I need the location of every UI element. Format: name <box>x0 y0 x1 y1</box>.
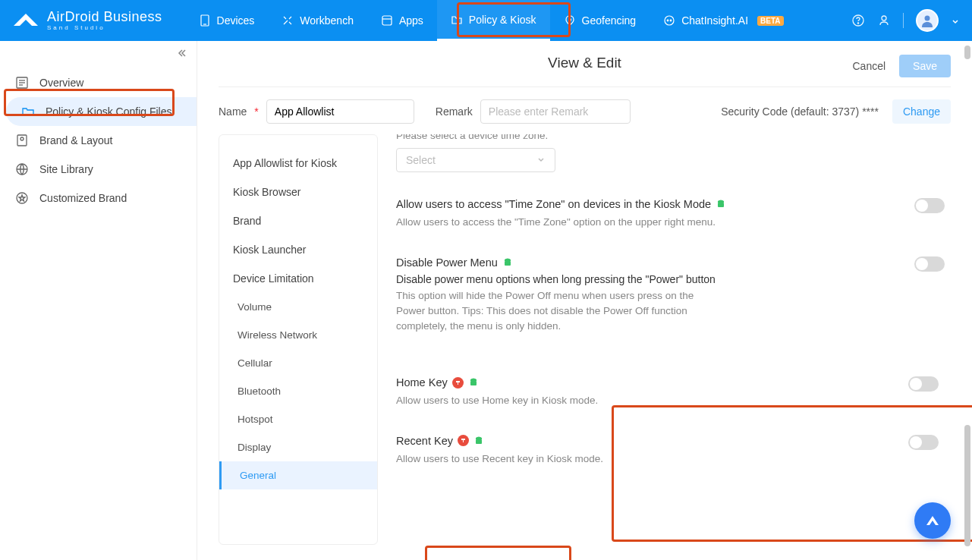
nav-apps[interactable]: Apps <box>367 0 437 41</box>
sidebar-item-site-library[interactable]: Site Library <box>0 155 197 184</box>
page-title: View & Edit <box>548 55 621 71</box>
nav-label: ChatInsight.AI <box>681 14 748 27</box>
nav-chatinsight[interactable]: ChatInsight.AI BETA <box>650 0 797 41</box>
airdroid-logo-icon <box>12 11 39 31</box>
tz-prompt: Please select a device time zone. <box>396 134 722 143</box>
svg-point-4 <box>568 19 571 21</box>
subnav-app-allowlist[interactable]: App Allowlist for Kiosk <box>219 149 377 178</box>
toggle-tz-access[interactable] <box>914 198 945 213</box>
help-icon[interactable] <box>851 14 865 27</box>
nav-geofencing[interactable]: Geofencing <box>550 0 650 41</box>
home-key-title: Home Key <box>396 376 448 389</box>
sidebar-item-label: Site Library <box>39 163 93 175</box>
globe-icon <box>15 162 29 176</box>
collapse-icon[interactable] <box>175 47 187 61</box>
beta-badge: BETA <box>757 16 783 26</box>
sidebar-item-brand-layout[interactable]: Brand & Layout <box>0 126 197 155</box>
fab-button[interactable] <box>914 502 951 539</box>
settings-panel: Please select a device time zone. Select… <box>396 134 951 545</box>
chat-ai-icon <box>663 14 675 27</box>
svg-rect-23 <box>505 261 511 266</box>
sidebar: Overview Policy & Kiosk Config Files Bra… <box>0 41 197 560</box>
logo[interactable]: AirDroid Business Sand Studio <box>12 10 162 31</box>
svg-rect-26 <box>470 381 477 385</box>
toggle-power-menu[interactable] <box>914 256 945 272</box>
sidebar-item-label: Brand & Layout <box>39 134 113 146</box>
brand-icon <box>15 134 29 147</box>
top-nav: AirDroid Business Sand Studio Devices Wo… <box>0 0 972 41</box>
subnav-display[interactable]: Display <box>219 433 377 461</box>
svg-point-6 <box>667 20 668 21</box>
svg-rect-20 <box>718 203 724 207</box>
scrollbar-main[interactable] <box>964 425 970 546</box>
recent-key-title: Recent Key <box>396 435 453 447</box>
support-icon[interactable] <box>877 14 891 27</box>
subnav-general[interactable]: General <box>219 461 377 489</box>
subnav-hotspot[interactable]: Hotspot <box>219 405 377 433</box>
power-title: Disable Power Menu <box>396 256 498 269</box>
save-button[interactable]: Save <box>899 55 951 77</box>
subnav-device-limitation[interactable]: Device Limitation <box>219 264 377 293</box>
overview-icon <box>15 76 29 90</box>
apps-icon <box>381 14 393 27</box>
subnav-kiosk-launcher[interactable]: Kiosk Launcher <box>219 235 377 264</box>
folder-icon <box>451 14 463 26</box>
power-sub: Disable power menu options when long pre… <box>396 273 896 285</box>
nav-label: Geofencing <box>582 14 637 27</box>
name-label: Name <box>219 105 247 118</box>
logo-subtext: Sand Studio <box>47 25 162 31</box>
nav-policy-kiosk[interactable]: Policy & Kiosk <box>437 0 550 41</box>
restricted-icon <box>458 435 469 446</box>
svg-rect-29 <box>476 439 482 444</box>
subnav-bluetooth[interactable]: Bluetooth <box>219 377 377 405</box>
divider <box>219 87 951 87</box>
remark-input[interactable] <box>480 99 631 124</box>
subnav-brand[interactable]: Brand <box>219 206 377 235</box>
sidebar-item-label: Overview <box>39 77 83 89</box>
geofence-icon <box>564 14 576 27</box>
avatar[interactable] <box>916 9 939 32</box>
svg-point-17 <box>20 137 24 140</box>
android-icon <box>502 257 513 268</box>
subnav-wireless[interactable]: Wireless Network <box>219 321 377 349</box>
security-code-label: Security Code (default: 3737) **** <box>721 105 879 118</box>
name-input[interactable] <box>266 99 414 124</box>
android-icon <box>468 377 479 388</box>
sidebar-item-overview[interactable]: Overview <box>0 68 197 97</box>
cancel-button[interactable]: Cancel <box>852 60 885 72</box>
svg-point-5 <box>665 16 674 25</box>
sidebar-item-config-files[interactable]: Policy & Kiosk Config Files <box>6 97 197 126</box>
star-circle-icon <box>15 191 29 205</box>
nav-label: Devices <box>217 14 255 27</box>
subnav-kiosk-browser[interactable]: Kiosk Browser <box>219 178 377 206</box>
change-button[interactable]: Change <box>892 99 951 124</box>
sidebar-item-customized-brand[interactable]: Customized Brand <box>0 184 197 212</box>
chevron-down-icon[interactable] <box>951 16 960 25</box>
tz-access-title: Allow users to access "Time Zone" on dev… <box>396 198 711 210</box>
android-icon <box>473 436 484 446</box>
scrollbar-top[interactable] <box>964 46 970 59</box>
select-placeholder: Select <box>406 154 436 166</box>
nav-label: Workbench <box>300 14 354 27</box>
nav-label: Apps <box>399 14 423 27</box>
svg-point-10 <box>882 16 886 20</box>
subnav-cellular[interactable]: Cellular <box>219 349 377 377</box>
toggle-recent-key[interactable] <box>908 435 939 450</box>
timezone-select[interactable]: Select <box>396 148 555 172</box>
tools-icon <box>282 14 294 27</box>
main: View & Edit Cancel Save Name* Remark Sec… <box>197 41 972 560</box>
main-header: View & Edit Cancel Save Name* Remark Sec… <box>197 41 972 134</box>
toggle-home-key[interactable] <box>908 376 939 392</box>
power-desc: This option will hide the Power Off menu… <box>396 288 722 335</box>
restricted-icon <box>452 377 464 389</box>
nav-workbench[interactable]: Workbench <box>268 0 367 41</box>
home-key-desc: Allow users to use Home key in Kiosk mod… <box>396 393 722 408</box>
subnav-volume[interactable]: Volume <box>219 293 377 321</box>
remark-label: Remark <box>436 105 473 118</box>
nav-devices[interactable]: Devices <box>185 0 269 41</box>
settings-subnav: App Allowlist for Kiosk Kiosk Browser Br… <box>219 134 378 545</box>
divider <box>903 13 904 28</box>
svg-rect-2 <box>382 16 392 25</box>
nav-label: Policy & Kiosk <box>469 14 536 26</box>
sidebar-item-label: Customized Brand <box>39 192 127 204</box>
